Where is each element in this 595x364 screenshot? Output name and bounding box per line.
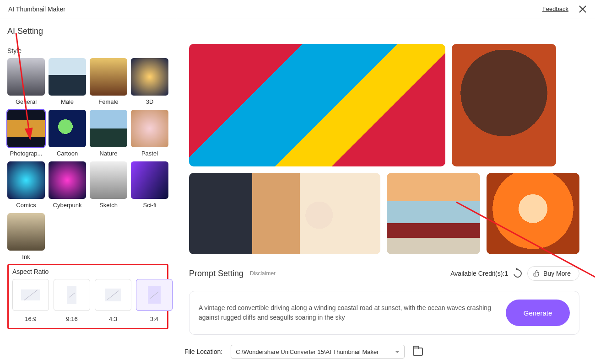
style-thumb [90, 110, 127, 147]
aspect-9-16[interactable]: 9:16 [54, 279, 90, 322]
style-item-pastel[interactable]: Pastel [131, 110, 168, 157]
aspect-box [12, 279, 49, 311]
file-location-label: File Location: [184, 348, 222, 355]
prompt-box: A vintage red convertible driving along … [189, 291, 579, 335]
style-name: Nature [90, 150, 127, 157]
style-name: Sci-fi [131, 202, 168, 209]
open-folder-icon[interactable] [413, 348, 423, 356]
feedback-link[interactable]: Feedback [542, 5, 568, 12]
aspect-shape-icon [105, 289, 121, 301]
buy-more-label: Buy More [543, 270, 571, 277]
style-thumb [90, 161, 127, 199]
style-thumb [49, 58, 86, 96]
style-name: General [7, 98, 45, 105]
gallery [176, 18, 595, 254]
available-credits: Available Credit(s):1 [450, 270, 508, 277]
style-name: Pastel [131, 150, 168, 157]
thumbs-up-icon [533, 270, 540, 277]
style-item-cyberpunk[interactable]: Cyberpunk [49, 161, 86, 209]
style-thumb [49, 110, 86, 147]
style-thumb [131, 161, 168, 199]
gallery-thumb[interactable] [452, 44, 556, 166]
style-item-photograp-[interactable]: Photograp... [7, 110, 45, 157]
style-name: Ink [7, 253, 45, 260]
gallery-thumb[interactable] [387, 173, 480, 254]
aspect-3-4[interactable]: 3:4 [136, 279, 173, 322]
gallery-thumb[interactable] [189, 44, 445, 166]
style-item-male[interactable]: Male [49, 58, 86, 105]
disclaimer-link[interactable]: Disclaimer [250, 270, 276, 277]
style-thumb [7, 213, 45, 251]
gallery-thumb[interactable] [487, 173, 580, 254]
aspect-4-3[interactable]: 4:3 [95, 279, 131, 322]
style-item-3d[interactable]: 3D [131, 58, 168, 105]
style-item-sci-fi[interactable]: Sci-fi [131, 161, 168, 209]
style-name: Female [90, 98, 127, 105]
sidebar-heading: AI Setting [7, 27, 168, 36]
prompt-text[interactable]: A vintage red convertible driving along … [199, 303, 495, 322]
style-name: Comics [7, 202, 45, 209]
style-item-sketch[interactable]: Sketch [90, 161, 127, 209]
aspect-shape-icon [21, 289, 40, 300]
style-name: Sketch [90, 202, 127, 209]
aspect-shape-icon [148, 286, 161, 304]
aspect-box [95, 279, 131, 311]
aspect-ratio-panel: Aspect Ratio 16:99:164:33:4 [7, 264, 168, 329]
style-thumb [131, 58, 168, 96]
aspect-16-9[interactable]: 16:9 [12, 279, 49, 322]
style-item-general[interactable]: General [7, 58, 45, 105]
style-thumb [7, 161, 45, 199]
buy-more-button[interactable]: Buy More [527, 266, 579, 281]
style-thumb [7, 58, 45, 96]
style-name: Cyberpunk [49, 202, 86, 209]
style-thumb [90, 58, 127, 96]
style-item-nature[interactable]: Nature [90, 110, 127, 157]
aspect-ratio-label: Aspect Ratio [12, 268, 163, 275]
aspect-label: 4:3 [95, 316, 131, 322]
close-icon[interactable] [579, 5, 587, 13]
style-item-comics[interactable]: Comics [7, 161, 45, 209]
aspect-box [136, 279, 173, 311]
file-location-value: C:\Wondershare UniConverter 15\AI Thumbn… [236, 348, 379, 355]
aspect-box [54, 279, 90, 311]
style-name: 3D [131, 98, 168, 105]
ai-setting-sidebar: AI Setting Style GeneralMaleFemale3DPhot… [0, 18, 176, 364]
aspect-label: 16:9 [12, 316, 49, 322]
style-item-ink[interactable]: Ink [7, 213, 45, 260]
generate-button[interactable]: Generate [506, 300, 570, 326]
prompt-setting-title: Prompt Setting [189, 269, 243, 278]
gallery-thumb[interactable] [189, 173, 380, 254]
style-thumb [131, 110, 168, 147]
file-location-select[interactable]: C:\Wondershare UniConverter 15\AI Thumbn… [231, 345, 405, 359]
style-section-label: Style [7, 47, 168, 54]
style-thumb [7, 110, 45, 147]
aspect-label: 3:4 [136, 316, 173, 322]
window-title: AI Thumbnail Maker [8, 5, 65, 13]
aspect-label: 9:16 [54, 316, 90, 322]
style-thumb [49, 161, 86, 199]
style-name: Cartoon [49, 150, 86, 157]
style-name: Male [49, 98, 86, 105]
style-name: Photograp... [7, 150, 45, 157]
aspect-shape-icon [67, 286, 76, 304]
refresh-icon[interactable] [512, 268, 524, 279]
style-item-cartoon[interactable]: Cartoon [49, 110, 86, 157]
style-item-female[interactable]: Female [90, 58, 127, 105]
